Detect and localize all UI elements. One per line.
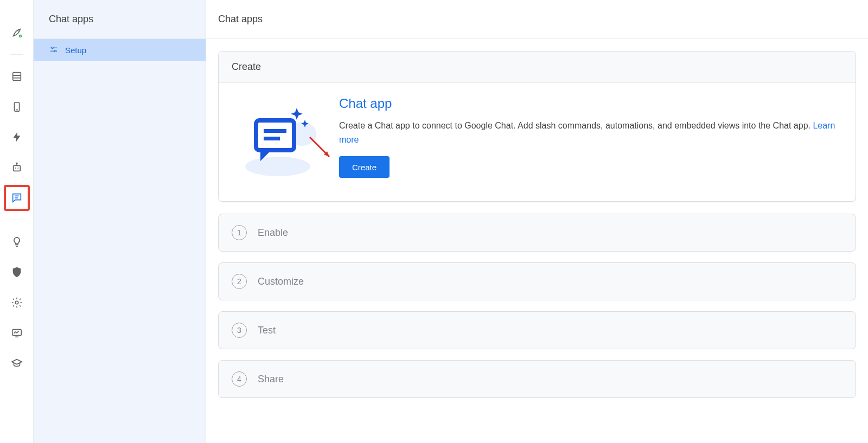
step-enable[interactable]: 1 Enable — [218, 214, 856, 252]
create-card: Create — [218, 51, 856, 202]
step-label: Share — [258, 374, 284, 385]
sliders-icon — [49, 45, 59, 55]
svg-point-14 — [15, 301, 18, 304]
sidebar: Chat apps Setup — [34, 0, 206, 443]
robot-icon[interactable] — [4, 155, 30, 181]
svg-rect-24 — [264, 129, 286, 133]
svg-rect-7 — [13, 165, 20, 171]
rail-separator — [10, 54, 23, 55]
database-icon[interactable] — [4, 63, 30, 89]
sidebar-item-setup[interactable]: Setup — [34, 39, 206, 61]
step-label: Enable — [258, 227, 288, 239]
create-button[interactable]: Create — [339, 156, 390, 178]
rail-separator — [10, 220, 23, 220]
monitor-icon[interactable] — [4, 320, 30, 346]
svg-point-0 — [17, 30, 18, 31]
create-title: Chat app — [339, 96, 843, 111]
shield-icon[interactable] — [4, 259, 30, 285]
svg-rect-25 — [264, 137, 280, 140]
sidebar-item-label: Setup — [65, 46, 86, 55]
step-number: 3 — [232, 323, 247, 338]
sidebar-title: Chat apps — [34, 0, 206, 39]
page-title: Chat apps — [206, 0, 868, 39]
step-test[interactable]: 3 Test — [218, 311, 856, 349]
mobile-icon[interactable] — [4, 94, 30, 120]
chat-illustration — [232, 96, 324, 188]
sidebar-nav: Setup — [34, 39, 206, 61]
step-share[interactable]: 4 Share — [218, 360, 856, 398]
svg-point-20 — [55, 50, 56, 52]
step-number: 1 — [232, 225, 247, 240]
chat-icon[interactable] — [4, 185, 30, 211]
lightning-icon[interactable] — [4, 124, 30, 150]
step-label: Test — [258, 325, 276, 336]
create-desc-text: Create a Chat app to connect to Google C… — [339, 121, 813, 130]
svg-point-21 — [245, 157, 310, 176]
lightbulb-icon[interactable] — [4, 229, 30, 255]
svg-point-9 — [16, 163, 17, 164]
svg-rect-2 — [12, 73, 21, 81]
step-number: 2 — [232, 274, 247, 289]
svg-rect-23 — [256, 120, 294, 150]
step-customize[interactable]: 2 Customize — [218, 262, 856, 300]
svg-point-11 — [17, 168, 18, 169]
step-number: 4 — [232, 371, 247, 387]
step-label: Customize — [258, 276, 304, 287]
svg-point-19 — [52, 47, 53, 49]
main-body: Create — [206, 39, 868, 421]
svg-point-10 — [15, 168, 16, 169]
graduation-icon[interactable] — [4, 350, 30, 376]
main: Chat apps Create — [206, 0, 868, 443]
create-card-text: Chat app Create a Chat app to connect to… — [339, 96, 843, 178]
create-description: Create a Chat app to connect to Google C… — [339, 119, 843, 146]
gear-icon[interactable] — [4, 290, 30, 316]
rocket-icon[interactable] — [4, 20, 30, 46]
icon-rail — [0, 0, 34, 443]
create-card-header: Create — [219, 52, 856, 83]
